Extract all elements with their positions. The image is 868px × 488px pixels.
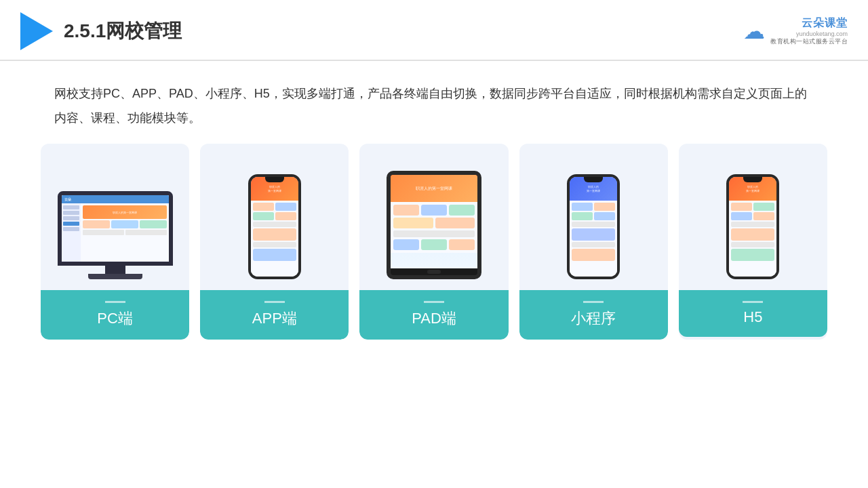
page-title: 2.5.1网校管理 xyxy=(64,18,182,44)
page-header: 2.5.1网校管理 ☁ 云朵课堂 yunduoketang.com 教育机构一站… xyxy=(0,0,868,61)
pc-mockup: 云朵 职涯人的第一 xyxy=(52,157,178,279)
device-card-pad: 职涯人的第一堂网课 xyxy=(359,144,508,340)
pc-monitor: 云朵 职涯人的第一 xyxy=(58,191,173,266)
description-text: 网校支持PC、APP、PAD、小程序、H5，实现多端打通，产品各终端自由切换，数… xyxy=(54,81,814,130)
miniprogram-label: 小程序 xyxy=(519,290,668,340)
app-mockup: 职涯人的第一堂网课 xyxy=(211,157,338,279)
device-cards-container: 云朵 职涯人的第一 xyxy=(41,144,827,340)
miniprogram-mockup: 职涯人的第一堂网课 xyxy=(530,157,657,279)
pad-mockup: 职涯人的第一堂网课 xyxy=(370,157,497,279)
brand-logo: 云朵课堂 yunduoketang.com 教育机构一站式服务云平台 xyxy=(770,16,848,46)
header-left: 2.5.1网校管理 xyxy=(20,12,182,50)
logo-triangle-icon xyxy=(20,12,53,50)
device-card-pc: 云朵 职涯人的第一 xyxy=(41,144,189,340)
app-label: APP端 xyxy=(200,290,349,340)
h5-label: H5 xyxy=(679,290,827,337)
cloud-logo-icon: ☁ xyxy=(743,18,765,44)
device-card-miniprogram: 职涯人的第一堂网课 xyxy=(519,144,668,340)
brand-name: 云朵课堂 xyxy=(802,16,848,30)
brand-tagline: 教育机构一站式服务云平台 xyxy=(770,37,848,46)
pc-label: PC端 xyxy=(41,290,189,340)
device-card-h5: 职涯人的第一堂网课 xyxy=(679,144,827,340)
h5-mockup: 职涯人的第一堂网课 xyxy=(690,157,816,279)
pad-label: PAD端 xyxy=(359,290,508,340)
brand-url: yunduoketang.com xyxy=(796,30,848,37)
device-card-app: 职涯人的第一堂网课 xyxy=(200,144,349,340)
header-right: ☁ 云朵课堂 yunduoketang.com 教育机构一站式服务云平台 xyxy=(743,16,848,46)
